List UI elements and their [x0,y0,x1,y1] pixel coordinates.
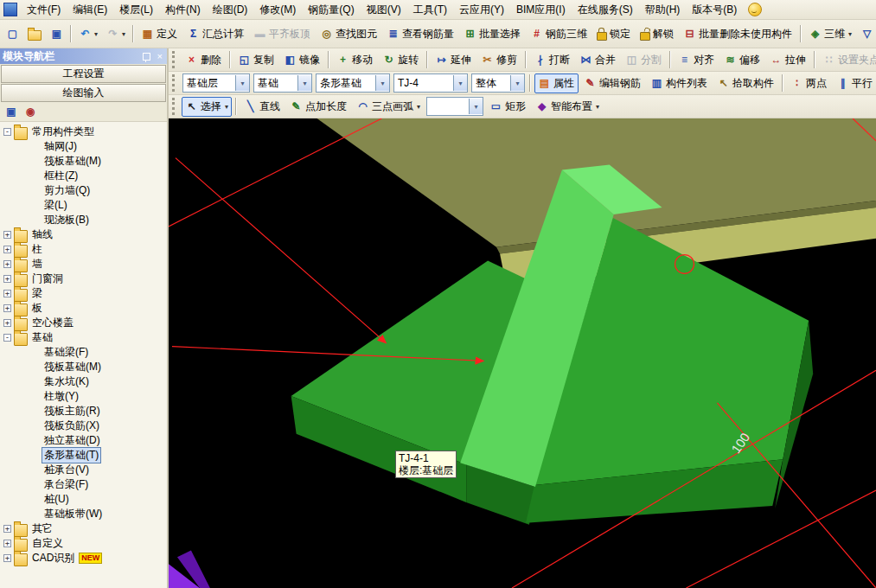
chevron-down-icon[interactable]: ▾ [235,75,249,91]
redo-button[interactable]: ↷▾ [103,25,129,42]
tree-item-beam[interactable]: 梁(L) [0,198,167,213]
panel-layers-button[interactable]: ▣ [3,103,20,120]
summary-calc-button[interactable]: Σ汇总计算▾ [183,24,248,44]
expander-icon[interactable]: + [3,304,11,312]
chevron-down-icon[interactable]: ▾ [469,99,483,114]
component-category-select[interactable]: 基础▾ [253,74,312,93]
tree-item-raft-main-rebar[interactable]: 筏板主筋(R) [0,404,167,419]
delete-button[interactable]: ×删除▾ [182,50,226,70]
tree-category-beam[interactable]: +梁 [0,286,167,301]
customer-service-icon[interactable] [748,3,762,16]
expander-icon[interactable]: - [3,334,11,342]
batch-delete-unused-button[interactable]: ⊟批量删除未使用构件▾ [680,24,796,44]
tree-item-axis-grid[interactable]: 轴网(J) [0,139,167,154]
tree-item-raft-foundation[interactable]: 筏板基础(M) [0,154,167,169]
tree-category-other[interactable]: +其它 [0,521,167,536]
find-element-button[interactable]: ◎查找图元▾ [317,24,381,44]
tree-item-frame-column[interactable]: 框柱(Z) [0,169,167,183]
undo-button[interactable]: ↶▾ [75,25,101,42]
tree-item-sump[interactable]: 集水坑(K) [0,374,167,389]
tree-category-door-window[interactable]: +门窗洞 [0,272,167,286]
rebar-qty-menu[interactable]: 钢筋量(Q) [302,0,360,19]
extend-button[interactable]: ↦延伸▾ [432,50,476,70]
copy-button[interactable]: ◱复制▾ [234,50,278,70]
scope-select[interactable]: 整体▾ [471,74,525,93]
rebar-3d-button[interactable]: #钢筋三维▾ [527,24,591,44]
drawing-input-button[interactable]: 绘图输入 [1,84,166,102]
expander-icon[interactable]: + [3,319,11,327]
tree-category-wall[interactable]: +墙 [0,257,167,272]
chevron-down-icon[interactable]: ▾ [510,75,524,91]
tree-item-raft-foundation-2[interactable]: 筏板基础(M) [0,360,167,374]
component-type-select[interactable]: 条形基础▾ [316,74,390,93]
tools-menu[interactable]: 工具(T) [407,0,453,19]
move-button[interactable]: +移动▾ [333,50,377,70]
tree-item-pile[interactable]: 桩(U) [0,492,167,507]
split-button[interactable]: ◫分割▾ [622,50,666,70]
tree-item-pile-cap[interactable]: 桩承台(V) [0,463,167,477]
tree-item-isolated-foundation[interactable]: 独立基础(D) [0,433,167,448]
modify-menu[interactable]: 修改(M) [253,0,302,19]
toolbar-grip[interactable] [172,98,177,115]
top-view-button[interactable]: ▽俯视▾ [857,24,876,44]
align-button[interactable]: ≡对齐▾ [675,50,719,70]
draw-menu[interactable]: 绘图(D) [207,0,254,19]
pin-icon[interactable] [143,53,150,61]
project-settings-button[interactable]: 工程设置 [1,65,166,83]
tree-item-raft-negative-rebar[interactable]: 筏板负筋(X) [0,419,167,433]
floor-menu[interactable]: 楼层(L) [113,0,159,19]
tree-item-column-pier[interactable]: 柱墩(Y) [0,389,167,404]
tree-category-column[interactable]: +柱 [0,242,167,257]
mirror-button[interactable]: ◧镜像▾ [280,50,324,70]
tree-item-foundation-beam[interactable]: 基础梁(F) [0,345,167,360]
expander-icon[interactable]: + [3,554,11,562]
tree-category-custom[interactable]: +自定义 [0,536,167,551]
arc-3pt-button[interactable]: ◠三点画弧▾ [353,97,424,117]
parallel-button[interactable]: ∥平行▾ [833,74,876,93]
expander-icon[interactable]: + [3,525,11,533]
arc-mode-select[interactable]: ▾ [426,97,483,116]
trim-button[interactable]: ✂修剪▾ [477,50,521,70]
select-tool-button[interactable]: ↖选择▾ [182,97,232,117]
tree-category-foundation[interactable]: -基础 [0,330,167,345]
tree-category-cad-recognition[interactable]: +CAD识别NEW [0,551,167,566]
component-menu[interactable]: 构件(N) [159,0,207,19]
tree-category-slab[interactable]: +板 [0,301,167,316]
two-points-button[interactable]: ∶两点▾ [787,74,831,93]
define-button[interactable]: ▦定义▾ [137,24,182,44]
rotate-button[interactable]: ↻旋转▾ [379,50,423,70]
app-icon[interactable] [3,3,17,16]
panel-pin-button[interactable]: ◉ [22,103,39,120]
break-button[interactable]: ∤打断▾ [530,50,574,70]
cloud-app-menu[interactable]: 云应用(Y) [453,0,510,19]
bim-app-menu[interactable]: BIM应用(I) [510,0,572,19]
chevron-down-icon[interactable]: ▾ [453,75,467,91]
view-rebar-qty-button[interactable]: ≣查看钢筋量▾ [383,24,458,44]
tree-item-cap-beam[interactable]: 承台梁(F) [0,477,167,492]
expander-icon[interactable]: + [3,540,11,547]
new-project-button[interactable]: ▢▾ [3,25,22,42]
expander-icon[interactable]: + [3,275,11,283]
stretch-button[interactable]: ↔拉伸▾ [766,50,810,70]
toolbar-grip[interactable] [172,74,177,92]
merge-button[interactable]: ⋈合并▾ [576,50,620,70]
unlock-button[interactable]: 解锁▾ [636,24,678,44]
toolbar-grip[interactable] [172,51,177,68]
line-tool-button[interactable]: ╲直线▾ [240,97,285,117]
align-slab-top-button[interactable]: ▬平齐板顶▾ [250,24,315,44]
batch-select-button[interactable]: ⊞批量选择▾ [460,24,525,44]
close-icon[interactable]: × [156,52,164,61]
expander-icon[interactable]: + [3,260,11,268]
chevron-down-icon[interactable]: ▾ [297,75,311,91]
expander-icon[interactable]: - [3,128,11,136]
smart-layout-button[interactable]: ◆智能布置▾ [532,97,603,117]
pick-component-button[interactable]: ↖拾取构件▾ [713,74,778,93]
view-3d-button[interactable]: ◈三维▾ [805,24,855,44]
open-project-button[interactable]: ▾ [24,25,45,43]
help-menu[interactable]: 帮助(H) [639,0,687,19]
properties-button[interactable]: ▤属性▾ [534,74,579,93]
offset-button[interactable]: ≋偏移▾ [720,50,764,70]
expander-icon[interactable]: + [3,246,11,253]
save-button[interactable]: ▣▾ [47,25,67,42]
chevron-down-icon[interactable]: ▾ [375,75,389,91]
